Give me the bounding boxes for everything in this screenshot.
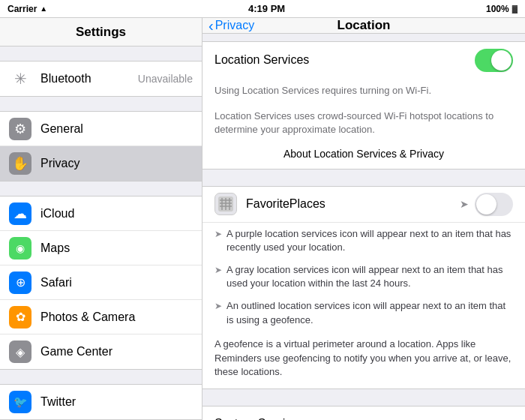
- location-title: Location: [338, 18, 391, 33]
- sidebar-item-safari[interactable]: ⊕ Safari: [0, 266, 202, 300]
- bluetooth-group: ✳ Bluetooth Unavailable: [0, 61, 202, 97]
- back-chevron-icon: ‹: [208, 18, 214, 33]
- safari-icon: ⊕: [9, 272, 32, 294]
- photos-icon: ✿: [9, 306, 32, 328]
- back-label: Privacy: [215, 19, 254, 32]
- favorite-places-group: FavoritePlaces ➤ ➤ A purple location ser…: [202, 186, 525, 390]
- right-header: ‹ Privacy Location: [202, 18, 525, 34]
- main-layout: Settings ✳ Bluetooth Unavailable ⚙ Gener…: [0, 18, 525, 420]
- location-services-toggle[interactable]: [475, 49, 513, 72]
- geofence-text: A geofence is a virtual perimeter around…: [202, 332, 525, 389]
- right-panel: ‹ Privacy Location Location Services Usi…: [202, 18, 525, 420]
- bluetooth-value: Unavailable: [138, 73, 193, 85]
- location-desc2: Location Services uses crowd-sourced Wi-…: [202, 104, 525, 142]
- bullet-arrow-3: ➤: [214, 300, 222, 313]
- location-services-group: Location Services Using Location Service…: [202, 41, 525, 170]
- bullet-text-1: A purple location services icon will app…: [226, 227, 513, 254]
- twitter-group: 🐦 Twitter: [0, 384, 202, 420]
- settings-title: Settings: [76, 25, 126, 40]
- bullet-text-3: An outlined location services icon will …: [226, 299, 513, 326]
- toggle-knob: [491, 50, 512, 70]
- privacy-label: Privacy: [40, 157, 193, 170]
- bullet-text-2: A gray location services icon will appea…: [226, 263, 513, 290]
- maps-icon: ◉: [9, 237, 32, 260]
- icloud-icon: ☁: [9, 202, 32, 225]
- sidebar-item-maps[interactable]: ◉ Maps: [0, 231, 202, 266]
- photos-label: Photos & Camera: [40, 310, 193, 324]
- twitter-icon: 🐦: [9, 391, 32, 413]
- favorite-places-row: FavoritePlaces ➤: [202, 187, 525, 223]
- battery-icon: ▓: [512, 4, 518, 13]
- sidebar-item-icloud[interactable]: ☁ iCloud: [0, 196, 202, 231]
- sidebar-item-gamecenter[interactable]: ◈ Game Center: [0, 334, 202, 369]
- left-header: Settings: [0, 18, 202, 46]
- sidebar-item-general[interactable]: ⚙ General: [0, 112, 202, 146]
- general-privacy-group: ⚙ General ✋ Privacy: [0, 111, 202, 182]
- icloud-label: iCloud: [40, 207, 193, 220]
- fp-toggle-knob: [476, 194, 496, 214]
- sidebar-item-twitter[interactable]: 🐦 Twitter: [0, 385, 202, 419]
- about-link[interactable]: About Location Services & Privacy: [202, 143, 525, 169]
- bullet-item-2: ➤ A gray location services icon will app…: [202, 259, 525, 295]
- sidebar-item-photos[interactable]: ✿ Photos & Camera: [0, 300, 202, 334]
- bullet-item-3: ➤ An outlined location services icon wil…: [202, 295, 525, 331]
- privacy-icon: ✋: [9, 152, 32, 175]
- general-icon: ⚙: [9, 118, 32, 140]
- general-label: General: [40, 122, 193, 136]
- location-services-row: Location Services: [202, 42, 525, 78]
- apps-group: ☁ iCloud ◉ Maps ⊕ Safari ✿ Photos & Came…: [0, 196, 202, 370]
- maps-label: Maps: [40, 242, 193, 255]
- location-desc1: Using Location Services requires turning…: [202, 78, 525, 104]
- favorite-places-toggle[interactable]: [475, 193, 513, 216]
- system-services-label: System Services: [214, 417, 304, 420]
- status-time: 4:19 PM: [248, 3, 285, 14]
- divider-1: [202, 170, 525, 186]
- status-left: Carrier ▲: [8, 4, 47, 14]
- favorite-places-name: FavoritePlaces: [246, 197, 460, 211]
- gamecenter-label: Game Center: [40, 345, 193, 358]
- wifi-icon: ▲: [40, 4, 47, 13]
- sidebar-item-privacy[interactable]: ✋ Privacy: [0, 146, 202, 181]
- left-panel: Settings ✳ Bluetooth Unavailable ⚙ Gener…: [0, 18, 202, 420]
- bullet-arrow-2: ➤: [214, 264, 222, 277]
- right-content: Location Services Using Location Service…: [202, 34, 525, 420]
- safari-label: Safari: [40, 276, 193, 290]
- bullet-item-1: ➤ A purple location services icon will a…: [202, 223, 525, 259]
- twitter-label: Twitter: [40, 395, 193, 409]
- gamecenter-icon: ◈: [9, 340, 32, 363]
- system-services-chevron-icon: ›: [508, 416, 513, 420]
- favorite-places-icon: [214, 193, 237, 215]
- bullet-arrow-1: ➤: [214, 228, 222, 241]
- divider-2: [202, 389, 525, 406]
- status-bar: Carrier ▲ 4:19 PM 100% ▓: [0, 0, 525, 18]
- system-services-row[interactable]: System Services ›: [202, 406, 525, 420]
- bluetooth-label: Bluetooth: [40, 72, 138, 86]
- battery-percent: 100%: [486, 4, 509, 14]
- back-button[interactable]: ‹ Privacy: [208, 18, 254, 33]
- location-services-label: Location Services: [214, 53, 309, 67]
- bluetooth-icon: ✳: [9, 68, 32, 90]
- sidebar-item-bluetooth[interactable]: ✳ Bluetooth Unavailable: [0, 62, 202, 96]
- location-arrow-icon: ➤: [460, 198, 469, 210]
- status-right: 100% ▓: [486, 4, 518, 14]
- carrier-text: Carrier: [8, 4, 37, 14]
